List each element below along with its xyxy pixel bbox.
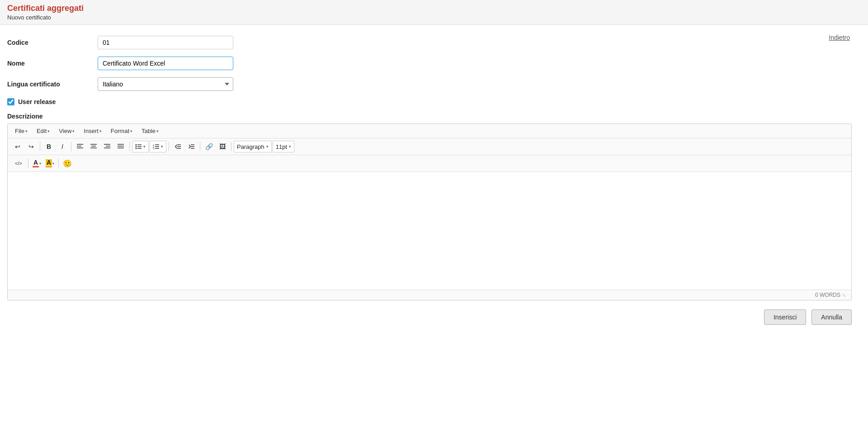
file-chevron-icon: ▾ xyxy=(25,129,28,133)
page-header: Certificati aggregati Nuovo certificato xyxy=(0,0,868,25)
separator-7 xyxy=(28,159,28,168)
image-button[interactable]: 🖼 xyxy=(216,140,229,153)
nome-label: Nome xyxy=(7,60,98,67)
user-release-checkbox[interactable] xyxy=(7,98,14,105)
menu-insert[interactable]: Insert ▾ xyxy=(80,126,105,136)
separator-8 xyxy=(58,159,59,168)
indent-increase-button[interactable] xyxy=(185,140,198,153)
separator-5 xyxy=(200,142,200,151)
text-color-underline xyxy=(33,166,39,167)
numbered-list-arrow-icon: ▾ xyxy=(161,144,163,149)
italic-button[interactable]: I xyxy=(56,140,69,153)
table-chevron-icon: ▾ xyxy=(156,129,159,133)
bold-button[interactable]: B xyxy=(42,140,55,153)
action-buttons: Inserisci Annulla xyxy=(7,309,852,325)
separator-6 xyxy=(231,142,231,151)
editor-toolbar-row2: </> A ▾ A ▾ 🙂 xyxy=(8,155,851,172)
codice-group: Codice xyxy=(7,36,852,49)
format-chevron-icon: ▾ xyxy=(130,129,132,133)
user-release-label[interactable]: User release xyxy=(18,98,56,105)
separator-3 xyxy=(129,142,130,151)
link-button[interactable]: 🔗 xyxy=(203,140,215,153)
back-button[interactable]: Indietro xyxy=(829,34,850,41)
paragraph-style-dropdown[interactable]: Paragraph ▾ xyxy=(234,141,272,152)
redo-button[interactable]: ↪ xyxy=(25,140,38,153)
undo-button[interactable]: ↩ xyxy=(11,140,24,153)
bullet-list-arrow-icon: ▾ xyxy=(143,144,146,149)
menu-format[interactable]: Format ▾ xyxy=(107,126,136,136)
font-size-arrow-icon: ▾ xyxy=(289,144,291,149)
svg-point-12 xyxy=(136,144,137,146)
font-size-dropdown[interactable]: 11pt ▾ xyxy=(273,141,294,152)
edit-chevron-icon: ▾ xyxy=(47,129,50,133)
resize-handle-icon: ⤡ xyxy=(842,293,846,298)
bullet-list-dropdown[interactable]: ▾ xyxy=(132,141,149,152)
nome-input[interactable] xyxy=(98,57,233,70)
editor-toolbar-row1: ↩ ↪ B I ▾ 1.2.3. xyxy=(8,138,851,155)
text-color-chevron-icon: ▾ xyxy=(39,162,41,166)
menu-table[interactable]: Table ▾ xyxy=(138,126,162,136)
descrizione-label: Descrizione xyxy=(7,113,852,120)
editor-content[interactable] xyxy=(8,172,851,290)
separator-2 xyxy=(71,142,71,151)
page-subtitle: Nuovo certificato xyxy=(7,14,861,21)
numbered-list-dropdown[interactable]: 1.2.3. ▾ xyxy=(150,141,166,152)
svg-text:3.: 3. xyxy=(153,147,155,150)
paragraph-style-arrow-icon: ▾ xyxy=(266,144,269,149)
indent-decrease-button[interactable] xyxy=(171,140,184,153)
insert-chevron-icon: ▾ xyxy=(99,129,102,133)
inserisci-button[interactable]: Inserisci xyxy=(764,309,806,325)
menu-view[interactable]: View ▾ xyxy=(55,126,78,136)
nome-group: Nome xyxy=(7,57,852,70)
user-release-group: User release xyxy=(7,98,852,105)
highlight-color-letter: A xyxy=(46,159,52,166)
editor-footer: 0 WORDS ⤡ xyxy=(8,290,851,300)
codice-input[interactable] xyxy=(98,36,233,49)
menu-edit[interactable]: Edit ▾ xyxy=(33,126,53,136)
align-justify-button[interactable] xyxy=(114,140,127,153)
lingua-select[interactable]: Italiano English Español Français xyxy=(98,77,233,91)
editor-menubar: File ▾ Edit ▾ View ▾ Insert ▾ Format ▾ T… xyxy=(8,124,851,138)
text-color-button[interactable]: A ▾ xyxy=(31,157,43,170)
highlight-color-chevron-icon: ▾ xyxy=(52,162,54,166)
menu-file[interactable]: File ▾ xyxy=(11,126,31,136)
align-left-button[interactable] xyxy=(74,140,86,153)
view-chevron-icon: ▾ xyxy=(72,129,75,133)
lingua-label: Lingua certificato xyxy=(7,81,98,88)
highlight-color-underline xyxy=(46,166,52,167)
page-title: Certificati aggregati xyxy=(7,4,861,13)
svg-point-16 xyxy=(136,148,137,149)
svg-point-14 xyxy=(136,146,137,147)
separator-4 xyxy=(169,142,169,151)
highlight-color-button[interactable]: A ▾ xyxy=(44,157,56,170)
main-content: Indietro Codice Nome Lingua certificato … xyxy=(0,25,859,336)
editor-wrapper: File ▾ Edit ▾ View ▾ Insert ▾ Format ▾ T… xyxy=(7,124,852,300)
emoji-button[interactable]: 🙂 xyxy=(61,157,74,170)
annulla-button[interactable]: Annulla xyxy=(811,309,852,325)
align-right-button[interactable] xyxy=(101,140,113,153)
text-color-letter: A xyxy=(33,159,38,166)
align-center-button[interactable] xyxy=(87,140,100,153)
lingua-group: Lingua certificato Italiano English Espa… xyxy=(7,77,852,91)
source-code-button[interactable]: </> xyxy=(11,157,26,170)
separator-1 xyxy=(40,142,40,151)
codice-label: Codice xyxy=(7,39,98,46)
word-count: 0 WORDS xyxy=(815,292,840,298)
